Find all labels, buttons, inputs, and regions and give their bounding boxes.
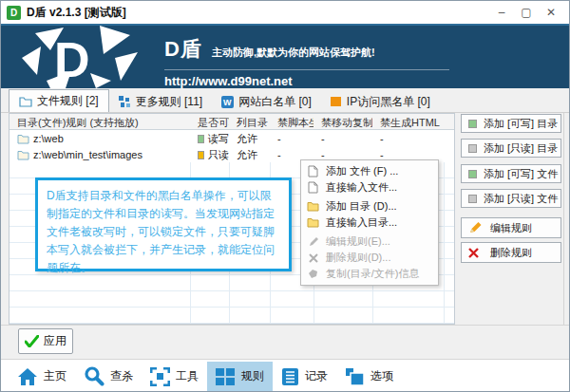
tab-label: 网站白名单 [0] [238, 94, 312, 110]
table-row[interactable]: z:\web 读写 允许 - - - [10, 130, 454, 146]
column-header-nomove[interactable]: 禁移动复制 [314, 114, 372, 129]
dshield-logo-icon: D [9, 26, 151, 88]
more-rules-icon [119, 96, 131, 108]
menu-item-label: 复制(目录/文件)信息 [326, 267, 419, 281]
listdir-value: 允许 [229, 130, 270, 146]
column-header-writable[interactable]: 是否可写 [190, 114, 229, 129]
file-icon [307, 181, 319, 194]
maximize-button[interactable]: ▢ [514, 3, 539, 22]
x-icon [307, 252, 319, 264]
noscript-value: - [270, 130, 314, 146]
window-title: D盾 v2.1.3 [测试版] [27, 5, 126, 21]
readonly-swatch [468, 144, 477, 153]
menu-item-edit-rule: 编辑规则(E)... [301, 233, 438, 250]
nav-scan[interactable]: 查杀 [75, 362, 142, 391]
tab-label: IP访问黑名单 [0] [347, 94, 430, 110]
menu-item-label: 直接输入目录... [326, 215, 397, 230]
menu-item-input-file[interactable]: 直接输入文件... [301, 179, 438, 196]
nav-label: 主页 [44, 368, 66, 384]
site-url[interactable]: http://www.d99net.net [164, 74, 449, 88]
menu-item-copy-info: 复制(目录/文件)信息 [301, 266, 438, 282]
nav-home[interactable]: 主页 [9, 362, 75, 391]
nav-label: 工具 [176, 368, 199, 384]
nav-log[interactable]: 记录 [273, 362, 336, 391]
listdir-value: 允许 [229, 146, 270, 162]
menu-item-add-file[interactable]: 添加 文件 (F) ... [301, 163, 438, 179]
tab-more-rules[interactable]: 更多规则 [11] [109, 91, 212, 112]
close-button[interactable]: ✕ [539, 3, 563, 22]
menu-item-add-dir[interactable]: 添加 目录 (D)... [301, 198, 438, 215]
button-label: 添加 [可写] 文件 [484, 167, 558, 181]
folder-icon [17, 134, 29, 144]
rules-icon [216, 367, 236, 386]
nav-label: 选项 [370, 368, 393, 384]
writable-value: 只读 [208, 148, 229, 162]
svg-text:D: D [54, 32, 90, 87]
tab-site-whitelist[interactable]: W 网站白名单 [0] [212, 91, 321, 112]
whitelist-icon: W [221, 96, 234, 108]
check-icon [25, 335, 39, 347]
tools-icon [150, 367, 170, 386]
banner-divider [164, 69, 449, 70]
nav-label: 规则 [241, 368, 264, 384]
add-writable-file-button[interactable]: 添加 [可写] 文件 [461, 164, 561, 183]
rule-path: z:\web\min_test\images [33, 149, 142, 160]
scan-icon [84, 366, 104, 386]
tab-file-rules[interactable]: 文件规则 [2] [9, 89, 109, 112]
delete-rule-button[interactable]: 删除规则 [461, 242, 561, 263]
add-readonly-file-button[interactable]: 添加 [只读] 文件 [461, 189, 561, 208]
tab-ip-blacklist[interactable]: IP访问黑名单 [0] [321, 91, 440, 112]
delete-icon [468, 248, 479, 258]
button-label: 添加 [可写] 目录 [484, 117, 558, 131]
column-header-listdir[interactable]: 列目录 [229, 114, 270, 129]
nav-options[interactable]: 选项 [336, 362, 402, 391]
folder-icon [307, 200, 319, 213]
home-icon [17, 367, 38, 386]
rule-path: z:\web [33, 133, 64, 144]
menu-item-label: 添加 文件 (F) ... [326, 164, 398, 178]
nav-rules[interactable]: 规则 [207, 362, 273, 391]
menu-item-input-dir[interactable]: 直接输入目录... [301, 215, 438, 231]
button-label: 添加 [只读] 目录 [484, 141, 558, 156]
minimize-button[interactable]: – [489, 3, 514, 22]
nav-label: 记录 [305, 368, 328, 384]
menu-item-label: 删除规则(D)... [326, 251, 390, 265]
column-header-nohtml[interactable]: 禁生成HTML [372, 114, 444, 129]
separator [1, 325, 569, 326]
folder-outline-icon [19, 96, 32, 107]
add-writable-dir-button[interactable]: 添加 [可写] 目录 [461, 114, 561, 133]
apply-button[interactable]: 应用 [18, 328, 73, 354]
options-icon [345, 367, 365, 386]
app-window: D D盾 v2.1.3 [测试版] – ▢ ✕ D D盾 主动防御,默默为你的网… [0, 0, 570, 392]
blacklist-icon [331, 96, 342, 107]
button-label: 删除规则 [490, 246, 532, 260]
button-label: 添加 [只读] 文件 [484, 192, 558, 206]
menu-item-label: 编辑规则(E)... [326, 234, 390, 249]
button-label: 编辑规则 [490, 221, 532, 235]
context-menu: 添加 文件 (F) ... 直接输入文件... 添加 目录 (D)... 直接输… [300, 159, 439, 286]
header-banner: D D盾 主动防御,默默为你的网站保驾护航! http://www.d99net… [1, 24, 569, 88]
brand-slogan: 主动防御,默默为你的网站保驾护航! [212, 46, 375, 60]
menu-item-delete-rule: 删除规则(D)... [301, 250, 438, 266]
panel-divider [563, 113, 564, 325]
file-icon [307, 165, 319, 177]
writable-swatch [198, 135, 204, 143]
pencil-icon [307, 235, 319, 248]
info-callout: D盾支持目录和文件的黑白名单操作，可以限制指定的文件和目录的读写。当发现网站指定… [35, 177, 292, 271]
writable-value: 读写 [208, 132, 229, 146]
folder-icon [17, 150, 29, 160]
nohtml-value: - [372, 130, 444, 146]
nav-tools[interactable]: 工具 [142, 362, 207, 391]
menu-item-label: 直接输入文件... [326, 180, 397, 195]
column-header-path[interactable]: 目录(文件)规则 (支持拖放) [10, 114, 190, 129]
rule-tab-bar: 文件规则 [2] 更多规则 [11] W 网站白名单 [0] IP访问黑名单 [… [1, 88, 569, 113]
nomove-value: - [314, 130, 372, 146]
readonly-swatch [468, 195, 477, 203]
add-readonly-dir-button[interactable]: 添加 [只读] 目录 [461, 139, 561, 158]
edit-rule-button[interactable]: 编辑规则 [461, 217, 561, 238]
writable-swatch [468, 120, 477, 128]
bottom-nav-bar: 主页 查杀 工具 规则 记录 选项 [1, 360, 569, 392]
writable-swatch [468, 170, 477, 178]
copy-icon [307, 268, 319, 280]
column-header-noscript[interactable]: 禁脚本生成 [270, 114, 314, 129]
